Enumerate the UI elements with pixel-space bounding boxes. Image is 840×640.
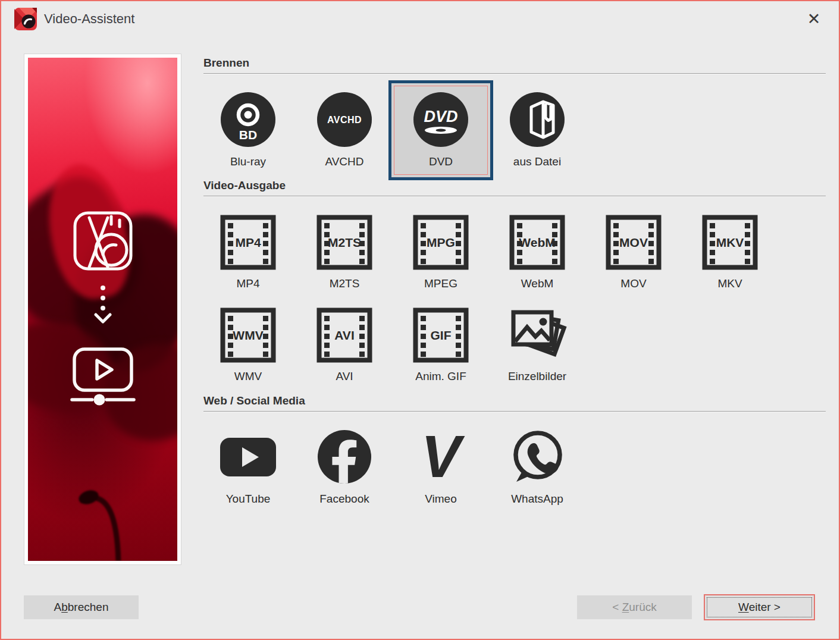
filmstrip-icon: WMV [220, 308, 276, 363]
filmstrip-icon: MOV [606, 215, 662, 270]
section-rule [203, 73, 826, 74]
tile-label: Anim. GIF [415, 370, 466, 383]
section-rule [203, 411, 826, 412]
svg-text:MP4: MP4 [235, 236, 261, 249]
back-button[interactable]: < Zurück [577, 595, 692, 619]
whatsapp-icon [509, 429, 565, 484]
youtube-icon [218, 429, 278, 484]
tile-label: MPEG [424, 277, 457, 290]
tile-label: WMV [234, 370, 262, 383]
tile-label: Facebook [319, 492, 369, 506]
video-row-2: WMV WMV AVI AVI GIF Anim. GIF [200, 308, 585, 383]
vimeo-icon: V [413, 429, 469, 484]
tile-webm[interactable]: WebM WebM [489, 215, 585, 290]
tile-label: Vimeo [425, 492, 457, 506]
filmstrip-icon: MKV [702, 215, 758, 270]
tile-wmv[interactable]: WMV WMV [200, 308, 296, 383]
svg-text:V: V [421, 429, 465, 484]
tile-mpeg[interactable]: MPG MPEG [393, 215, 489, 290]
avchd-disc-icon: AVCHD [316, 92, 372, 148]
svg-text:M2TS: M2TS [328, 236, 361, 249]
tile-label: MOV [620, 277, 646, 290]
tile-label: WhatsApp [511, 492, 563, 506]
cancel-button[interactable]: Abbrechen [24, 595, 139, 619]
tile-anim-gif[interactable]: GIF Anim. GIF [393, 308, 489, 383]
tile-label: Einzelbilder [508, 370, 566, 383]
tile-youtube[interactable]: YouTube [200, 429, 296, 506]
tile-label: AVCHD [325, 155, 363, 168]
tile-label: aus Datei [513, 155, 561, 168]
tile-label: AVI [336, 370, 353, 383]
arrow-down-dotted-icon [93, 285, 112, 324]
tile-label: MKV [717, 277, 742, 290]
section-title-brennen: Brennen [203, 57, 249, 70]
photo-stack-icon [507, 308, 567, 363]
tile-whatsapp[interactable]: WhatsApp [489, 429, 585, 506]
filmstrip-icon: MPG [413, 215, 469, 270]
tile-label: DVD [429, 155, 453, 168]
filmstrip-icon: AVI [316, 308, 372, 363]
bluray-disc-icon: BD [220, 92, 276, 148]
preview-panel [24, 54, 181, 565]
tile-label: WebM [521, 277, 554, 290]
svg-text:WebM: WebM [519, 236, 555, 249]
flower-stem [28, 436, 176, 561]
app-logo-icon [14, 8, 37, 30]
tile-avi[interactable]: AVI AVI [296, 308, 393, 383]
svg-text:MOV: MOV [619, 236, 648, 249]
filmstrip-icon: GIF [413, 308, 469, 363]
tile-label: Blu-ray [230, 155, 266, 168]
tile-aus-datei[interactable]: aus Datei [489, 80, 585, 180]
section-title-video-ausgabe: Video-Ausgabe [203, 179, 286, 192]
svg-text:GIF: GIF [431, 328, 452, 342]
video-player-icon [70, 347, 136, 406]
tile-label: M2TS [330, 277, 360, 290]
svg-text:AVCHD: AVCHD [327, 115, 362, 125]
video-row-1: MP4 MP4 M2TS M2TS MPG MPEG WebM W [200, 215, 778, 290]
from-file-case-icon [509, 92, 565, 148]
window-title: Video-Assistent [44, 11, 134, 27]
tile-avchd[interactable]: AVCHD AVCHD [296, 80, 393, 180]
section-rule [203, 196, 826, 197]
flower-photo [28, 58, 177, 561]
tile-vimeo[interactable]: V Vimeo [393, 429, 489, 506]
main-content: Brennen BD Blu-ray AVCHD AVCHD [203, 1, 826, 639]
next-button[interactable]: Weiter > [704, 594, 815, 620]
tile-label: YouTube [226, 492, 271, 506]
tile-einzelbilder[interactable]: Einzelbilder [489, 308, 585, 383]
tile-mov[interactable]: MOV MOV [585, 215, 682, 290]
tile-m2ts[interactable]: M2TS M2TS [296, 215, 393, 290]
tile-label: MP4 [236, 277, 259, 290]
social-row: YouTube Facebook V Vimeo [200, 429, 585, 506]
brennen-row: BD Blu-ray AVCHD AVCHD DVD DVD [200, 80, 585, 180]
svg-text:WMV: WMV [233, 328, 263, 342]
tile-bluray[interactable]: BD Blu-ray [200, 80, 296, 180]
svg-text:DVD: DVD [424, 108, 457, 126]
svg-text:MKV: MKV [716, 236, 744, 249]
video-assistant-window: Video-Assistent ✕ [0, 0, 840, 640]
tile-mkv[interactable]: MKV MKV [682, 215, 778, 290]
facebook-icon [316, 429, 372, 484]
video-app-outline-icon [70, 208, 136, 274]
svg-text:BD: BD [239, 128, 257, 142]
tile-dvd-selected[interactable]: DVD DVD [393, 80, 489, 180]
section-title-web: Web / Social Media [203, 394, 305, 407]
tile-facebook[interactable]: Facebook [296, 429, 393, 506]
svg-text:AVI: AVI [334, 328, 354, 342]
filmstrip-icon: M2TS [316, 215, 372, 270]
dvd-disc-icon: DVD [413, 92, 469, 148]
filmstrip-icon: MP4 [220, 215, 276, 270]
svg-text:MPG: MPG [427, 236, 455, 249]
tile-mp4[interactable]: MP4 MP4 [200, 215, 296, 290]
filmstrip-icon: WebM [509, 215, 565, 270]
